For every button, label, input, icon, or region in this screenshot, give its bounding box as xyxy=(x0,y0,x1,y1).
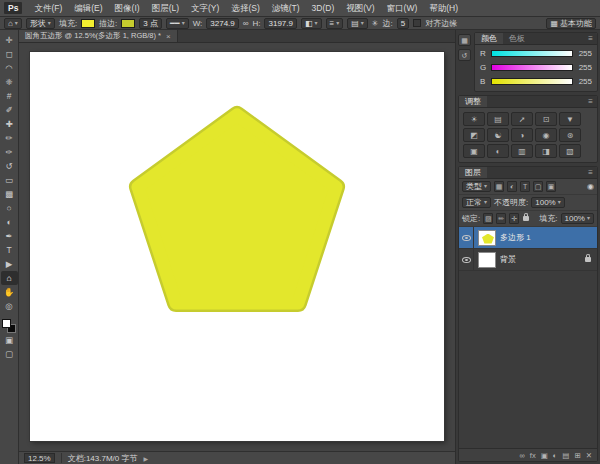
tab-color[interactable]: 颜色 xyxy=(475,33,503,44)
path-operations-button[interactable]: ◧ ▾ xyxy=(301,18,322,29)
workspace-switcher[interactable]: ▦ 基本功能 xyxy=(546,18,596,29)
polygon-settings-gear-icon[interactable]: ✳ xyxy=(372,19,379,28)
status-flyout-icon[interactable]: ▶ xyxy=(144,455,149,462)
path-selection-tool[interactable]: ▶ xyxy=(1,257,18,271)
gradient-tool[interactable]: ▩ xyxy=(1,187,18,201)
collapsed-panel-2-icon[interactable]: ↺ xyxy=(458,49,471,61)
shape-tool[interactable]: ⌂ xyxy=(1,271,18,285)
opacity-select[interactable]: 100% ▾ xyxy=(531,197,564,208)
lock-position-icon[interactable]: ✛ xyxy=(509,213,519,224)
layer-name[interactable]: 背景 xyxy=(500,254,585,265)
quick-mask-button[interactable]: ▣ xyxy=(1,333,18,347)
filter-shape-layers-icon[interactable]: ▢ xyxy=(533,181,543,192)
eraser-tool[interactable]: ▭ xyxy=(1,173,18,187)
menu-select[interactable]: 选择(S) xyxy=(225,0,265,17)
adjustment-levels-icon[interactable]: ▤ xyxy=(487,112,509,126)
canvas[interactable] xyxy=(30,52,444,441)
adjustment-invert-icon[interactable]: ◐ xyxy=(487,144,509,158)
layer-row-polygon[interactable]: 多边形 1 xyxy=(459,227,597,249)
adjustment-threshold-icon[interactable]: ◨ xyxy=(535,144,557,158)
type-tool[interactable]: T xyxy=(1,243,18,257)
fill-color-swatch[interactable] xyxy=(81,19,95,28)
layer-row-background[interactable]: 背景 xyxy=(459,249,597,271)
green-slider[interactable] xyxy=(491,64,573,71)
panel-menu-icon[interactable]: ≡ xyxy=(584,33,597,44)
zoom-tool[interactable]: ◎ xyxy=(1,299,18,313)
filter-pixel-layers-icon[interactable]: ▦ xyxy=(494,181,504,192)
panel-menu-icon[interactable]: ≡ xyxy=(584,96,597,107)
quick-selection-tool[interactable]: ❈ xyxy=(1,75,18,89)
new-group-icon[interactable]: ▤ xyxy=(562,451,569,460)
marquee-tool[interactable]: ◻ xyxy=(1,47,18,61)
lock-transparent-pixels-icon[interactable]: ▨ xyxy=(483,213,493,224)
tab-adjustments[interactable]: 调整 xyxy=(459,96,487,107)
document-tab[interactable]: 圆角五边形 @ 12.5%(多边形 1, RGB/8) * × xyxy=(19,30,178,42)
green-value[interactable]: 255 xyxy=(577,63,592,72)
adjustment-brightness-contrast-icon[interactable]: ☀ xyxy=(463,112,485,126)
lasso-tool[interactable]: ◠ xyxy=(1,61,18,75)
adjustment-exposure-icon[interactable]: ⊡ xyxy=(535,112,557,126)
new-adjustment-layer-icon[interactable]: ◐ xyxy=(553,451,558,460)
adjustment-color-lookup-icon[interactable]: ▣ xyxy=(463,144,485,158)
filter-adjustment-layers-icon[interactable]: ◐ xyxy=(507,181,517,192)
new-layer-icon[interactable]: ⊞ xyxy=(574,451,580,460)
history-brush-tool[interactable]: ↺ xyxy=(1,159,18,173)
layer-filter-type-select[interactable]: 类型 ▾ xyxy=(462,181,491,192)
layer-thumbnail[interactable] xyxy=(478,252,496,268)
blend-mode-select[interactable]: 正常 ▾ xyxy=(462,197,491,208)
stroke-width-field[interactable]: 3 点 xyxy=(139,18,162,29)
hand-tool[interactable]: ✋ xyxy=(1,285,18,299)
link-layers-icon[interactable]: ∞ xyxy=(519,451,524,460)
collapsed-panel-1-icon[interactable]: ▦ xyxy=(458,34,471,46)
menu-3d[interactable]: 3D(D) xyxy=(306,0,341,17)
crop-tool[interactable]: # xyxy=(1,89,18,103)
adjustment-photo-filter-icon[interactable]: ◉ xyxy=(535,128,557,142)
tool-preset-picker[interactable]: ⌂ ▾ xyxy=(4,18,22,29)
menu-filter[interactable]: 滤镜(T) xyxy=(266,0,306,17)
visibility-cell[interactable] xyxy=(459,227,474,248)
fill-opacity-select[interactable]: 100% ▾ xyxy=(561,213,594,224)
pen-tool[interactable]: ✒ xyxy=(1,229,18,243)
sides-field[interactable]: 5 xyxy=(397,18,409,29)
healing-brush-tool[interactable]: ✚ xyxy=(1,117,18,131)
stroke-color-swatch[interactable] xyxy=(121,19,135,28)
adjustment-channel-mixer-icon[interactable]: ⊛ xyxy=(559,128,581,142)
adjustment-curves-icon[interactable]: ➚ xyxy=(511,112,533,126)
adjustment-posterize-icon[interactable]: ▥ xyxy=(511,144,533,158)
delete-layer-icon[interactable]: ✕ xyxy=(586,451,592,460)
link-dimensions-icon[interactable]: ∞ xyxy=(243,19,249,28)
adjustment-gradient-map-icon[interactable]: ▧ xyxy=(559,144,581,158)
lock-all-icon[interactable] xyxy=(523,216,529,221)
layer-thumbnail[interactable] xyxy=(478,230,496,246)
menu-image[interactable]: 图像(I) xyxy=(109,0,146,17)
adjustment-black-white-icon[interactable]: ◑ xyxy=(511,128,533,142)
tab-swatches[interactable]: 色板 xyxy=(503,33,531,44)
zoom-level-field[interactable]: 12.5% xyxy=(24,453,55,463)
layer-filter-toggle-icon[interactable]: ◉ xyxy=(587,182,594,191)
path-arrangement-button[interactable]: ▤ ▾ xyxy=(347,18,368,29)
layer-effects-icon[interactable]: fx xyxy=(530,451,536,460)
foreground-color-chip[interactable] xyxy=(2,319,11,328)
panel-menu-icon[interactable]: ≡ xyxy=(584,167,597,178)
clone-stamp-tool[interactable]: ✑ xyxy=(1,145,18,159)
move-tool[interactable]: ✛ xyxy=(1,33,18,47)
close-icon[interactable]: × xyxy=(166,32,171,41)
filter-smart-objects-icon[interactable]: ▣ xyxy=(546,181,556,192)
menu-layer[interactable]: 图层(L) xyxy=(146,0,185,17)
menu-window[interactable]: 窗口(W) xyxy=(381,0,424,17)
menu-help[interactable]: 帮助(H) xyxy=(423,0,464,17)
blur-tool[interactable]: ○ xyxy=(1,201,18,215)
adjustment-hue-saturation-icon[interactable]: ◩ xyxy=(463,128,485,142)
adjustment-vibrance-icon[interactable]: ▼ xyxy=(559,112,581,126)
blue-slider[interactable] xyxy=(491,78,573,85)
red-value[interactable]: 255 xyxy=(577,49,592,58)
align-edges-checkbox[interactable] xyxy=(413,19,421,27)
blue-value[interactable]: 255 xyxy=(577,77,592,86)
add-layer-mask-icon[interactable]: ▣ xyxy=(541,451,548,460)
red-slider[interactable] xyxy=(491,50,573,57)
menu-file[interactable]: 文件(F) xyxy=(28,0,68,17)
screen-mode-button[interactable]: ▢ xyxy=(1,347,18,361)
height-field[interactable]: 3197.9 xyxy=(264,18,296,29)
menu-view[interactable]: 视图(V) xyxy=(340,0,380,17)
brush-tool[interactable]: ✏ xyxy=(1,131,18,145)
